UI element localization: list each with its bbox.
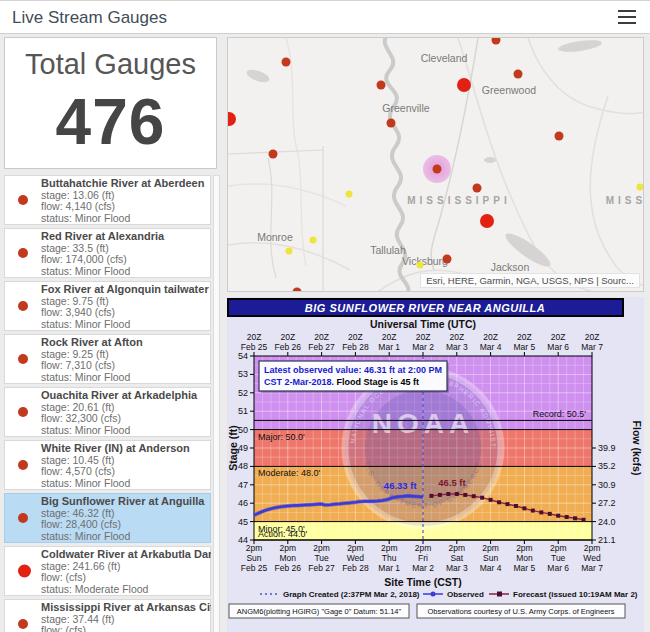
svg-text:50: 50 (238, 425, 248, 435)
svg-text:2pm: 2pm (550, 543, 567, 553)
gauge-status: status: Minor Flood (41, 213, 209, 225)
svg-text:Observed: Observed (447, 590, 484, 599)
gauge-item-text: Coldwater River at Arkabutla Damstage: 2… (41, 549, 209, 595)
svg-text:20Z: 20Z (551, 332, 566, 342)
gauge-marker[interactable] (310, 237, 317, 244)
gauge-flow: flow: (cfs) (41, 625, 209, 632)
svg-text:54: 54 (238, 351, 248, 361)
gauge-status-dot (18, 619, 28, 629)
app-header: Live Stream Gauges (0, 1, 650, 34)
gauge-marker[interactable] (286, 248, 293, 255)
gauge-status: status: Minor Flood (41, 266, 209, 278)
gauge-marker[interactable] (433, 165, 442, 174)
hamburger-menu-icon[interactable] (618, 10, 636, 28)
svg-text:20Z: 20Z (348, 332, 363, 342)
gauge-list-item[interactable]: Coldwater River at Arkabutla Damstage: 2… (4, 546, 211, 596)
svg-text:Graph Created (2:37PM Mar 2, 2: Graph Created (2:37PM Mar 2, 2018) (283, 590, 420, 599)
gauge-marker[interactable] (555, 132, 564, 141)
gauge-item-text: Big Sunflower River at Anguillastage: 46… (41, 496, 209, 542)
hydrograph-chart: BIG SUNFLOWER RIVER NEAR ANGUILLAUnivers… (227, 297, 644, 632)
svg-text:Sat: Sat (450, 553, 463, 563)
gauge-list-item[interactable]: Mississippi River at Arkansas Citystage:… (4, 599, 211, 632)
svg-text:Mar 3: Mar 3 (446, 563, 468, 573)
gauge-list-scrollbar[interactable] (213, 175, 220, 632)
gauge-marker[interactable] (637, 184, 644, 191)
gauge-status-dot (18, 407, 28, 417)
svg-text:Wed: Wed (583, 553, 601, 563)
gauge-item-text: White River (IN) at Andersonstage: 10.45… (41, 443, 209, 489)
gauge-status-dot (18, 301, 28, 311)
gauge-marker[interactable] (473, 184, 482, 193)
gauge-marker[interactable] (457, 78, 471, 92)
svg-text:46.33 ft: 46.33 ft (384, 480, 418, 491)
svg-text:Record: 50.5': Record: 50.5' (533, 409, 587, 419)
svg-text:27.2: 27.2 (598, 498, 616, 508)
svg-text:2pm: 2pm (381, 543, 398, 553)
gauge-marker[interactable] (282, 58, 291, 67)
svg-text:ANGM6(plotting HGIRG) "Gage 0": ANGM6(plotting HGIRG) "Gage 0" Datum: 51… (237, 607, 402, 616)
svg-text:39.9: 39.9 (598, 443, 616, 453)
svg-text:BIG SUNFLOWER RIVER NEAR ANGUI: BIG SUNFLOWER RIVER NEAR ANGUILLA (305, 302, 545, 314)
gauge-list-item[interactable]: Red River at Alexandriastage: 33.5 (ft)f… (4, 228, 211, 278)
svg-text:Mon: Mon (516, 553, 533, 563)
svg-text:Mar 5: Mar 5 (514, 563, 536, 573)
gauge-status-dot (18, 195, 28, 205)
gauge-status-dot (18, 248, 28, 258)
svg-text:20Z: 20Z (517, 332, 532, 342)
svg-text:Mar 7: Mar 7 (581, 563, 603, 573)
gauge-marker[interactable] (377, 81, 386, 90)
svg-text:20Z: 20Z (585, 332, 600, 342)
gauge-list-item[interactable]: Ouachita River at Arkadelphiastage: 20.6… (4, 387, 211, 437)
svg-text:Feb 28: Feb 28 (342, 563, 369, 573)
svg-text:Tue: Tue (551, 553, 566, 563)
svg-text:20Z: 20Z (314, 332, 329, 342)
svg-text:Mar 2: Mar 2 (412, 342, 434, 352)
gauge-marker[interactable] (417, 262, 424, 269)
gauge-status: status: Minor Flood (41, 425, 209, 437)
svg-text:Mar 4: Mar 4 (480, 342, 502, 352)
gauge-marker[interactable] (293, 288, 302, 293)
svg-text:Feb 26: Feb 26 (275, 342, 302, 352)
svg-text:30.9: 30.9 (598, 480, 616, 490)
svg-text:Action: 44.0': Action: 44.0' (258, 529, 308, 539)
svg-text:Mar 1: Mar 1 (378, 563, 400, 573)
svg-text:51: 51 (238, 406, 248, 416)
svg-text:Stage (ft): Stage (ft) (227, 425, 239, 471)
gauge-status-dot (18, 513, 28, 523)
svg-text:CST 2-Mar-2018. Flood Stage is: CST 2-Mar-2018. Flood Stage is 45 ft (264, 377, 419, 387)
gauge-list-item[interactable]: Fox River at Algonquin tailwaterstage: 9… (4, 281, 211, 331)
gauge-marker[interactable] (387, 119, 396, 128)
svg-text:Universal Time (UTC): Universal Time (UTC) (370, 318, 476, 330)
gauge-marker[interactable] (443, 255, 452, 264)
svg-text:2pm: 2pm (280, 543, 297, 553)
svg-text:Moderate: 48.0': Moderate: 48.0' (258, 468, 321, 478)
svg-text:Feb 27: Feb 27 (308, 342, 335, 352)
gauge-list-item[interactable]: Rock River at Aftonstage: 9.25 (ft)flow:… (4, 334, 211, 384)
gauge-list-item[interactable]: White River (IN) at Andersonstage: 10.45… (4, 440, 211, 490)
gauge-list-item[interactable]: Big Sunflower River at Anguillastage: 46… (4, 493, 211, 543)
svg-text:48: 48 (238, 461, 248, 471)
svg-text:Mar 5: Mar 5 (514, 342, 536, 352)
svg-text:Flow (kcfs): Flow (kcfs) (631, 421, 643, 476)
svg-text:Sun: Sun (246, 553, 261, 563)
svg-text:20Z: 20Z (449, 332, 464, 342)
gauge-status: status: Minor Flood (41, 531, 209, 543)
gauge-status-dot (18, 354, 28, 364)
gauge-marker[interactable] (346, 191, 353, 198)
svg-text:49: 49 (238, 443, 248, 453)
svg-text:20Z: 20Z (382, 332, 397, 342)
gauge-marker[interactable] (514, 70, 523, 79)
page-title: Live Stream Gauges (12, 8, 167, 28)
svg-text:Mar 7: Mar 7 (581, 342, 603, 352)
gauge-list-item[interactable]: Buttahatchie River at Aberdeenstage: 13.… (4, 175, 211, 225)
svg-text:46.5 ft: 46.5 ft (438, 477, 466, 488)
gauge-marker[interactable] (269, 150, 278, 159)
svg-text:46: 46 (238, 498, 248, 508)
map-canvas[interactable]: Esri, HERE, Garmin, NGA, USGS, NPS | Sou… (227, 37, 644, 292)
gauge-marker[interactable] (480, 214, 494, 228)
gauge-item-text: Mississippi River at Arkansas Citystage:… (41, 602, 209, 632)
svg-text:Feb 25: Feb 25 (241, 563, 268, 573)
total-gauges-value: 476 (5, 85, 216, 159)
svg-text:2pm: 2pm (449, 543, 466, 553)
gauge-status: status: Minor Flood (41, 478, 209, 490)
